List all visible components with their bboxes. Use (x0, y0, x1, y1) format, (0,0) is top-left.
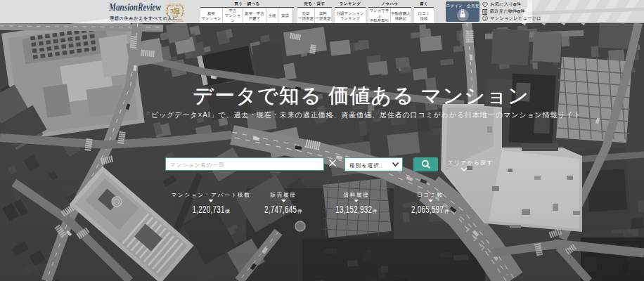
svg-text:ゼネラルリサーチ: ゼネラルリサーチ (167, 20, 184, 23)
svg-text:顧客満足: 顧客満足 (169, 4, 182, 7)
svg-text:達成: 達成 (172, 14, 179, 18)
svg-text:?: ? (484, 17, 487, 20)
svg-text:3冠: 3冠 (170, 8, 180, 15)
